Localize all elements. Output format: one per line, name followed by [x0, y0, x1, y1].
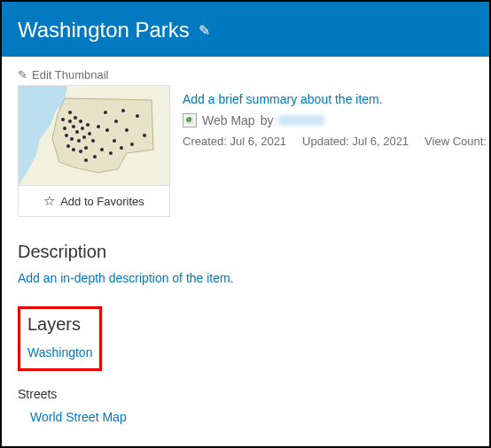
- meta-row: ☆ Add to Favorites Add a brief summary a…: [18, 85, 473, 217]
- svg-point-26: [121, 109, 125, 112]
- svg-point-10: [88, 132, 91, 135]
- svg-point-34: [109, 151, 113, 155]
- add-summary-link[interactable]: Add a brief summary about the item.: [183, 92, 491, 106]
- item-type-label: Web Map: [202, 113, 255, 127]
- svg-point-30: [97, 125, 100, 128]
- view-count-stat: View Count: 23: [425, 135, 491, 148]
- svg-point-21: [104, 111, 107, 114]
- svg-point-27: [130, 143, 134, 146]
- svg-point-6: [77, 139, 81, 143]
- pencil-icon: ✎: [18, 68, 27, 81]
- by-label: by: [261, 113, 274, 127]
- svg-point-32: [93, 155, 97, 158]
- add-description-link[interactable]: Add an in-depth description of the item.: [18, 271, 473, 285]
- layer-streets-label: Streets: [18, 387, 473, 401]
- svg-point-13: [72, 148, 75, 151]
- svg-point-11: [91, 139, 95, 143]
- svg-point-3: [75, 130, 79, 134]
- layer-world-street-map-link[interactable]: World Street Map: [30, 410, 473, 424]
- svg-point-28: [105, 128, 109, 132]
- thumbnail-card: ☆ Add to Favorites: [18, 85, 170, 217]
- svg-point-17: [74, 116, 77, 120]
- layers-highlight-box: Layers Washington: [18, 306, 102, 371]
- edit-thumbnail-label: Edit Thumbnail: [32, 68, 108, 81]
- thumbnail-image: [19, 86, 169, 185]
- svg-point-9: [86, 123, 90, 127]
- favorite-label: Add to Favorites: [60, 195, 144, 208]
- updated-stat: Updated: Jul 6, 2021: [302, 135, 409, 148]
- svg-point-23: [125, 128, 129, 132]
- add-to-favorites-button[interactable]: ☆ Add to Favorites: [19, 185, 169, 216]
- svg-point-29: [113, 139, 116, 143]
- layers-heading: Layers: [27, 314, 92, 335]
- star-icon: ☆: [43, 193, 55, 209]
- page-title: Washington Parks: [18, 18, 190, 42]
- web-map-icon: [183, 113, 197, 127]
- description-heading: Description: [18, 242, 473, 262]
- svg-point-15: [84, 146, 88, 150]
- svg-point-5: [70, 137, 74, 141]
- layer-washington-link[interactable]: Washington: [27, 345, 92, 359]
- svg-point-8: [81, 127, 84, 130]
- svg-point-4: [65, 134, 68, 137]
- svg-point-19: [68, 111, 72, 114]
- svg-point-25: [143, 134, 146, 137]
- edit-thumbnail-link[interactable]: ✎ Edit Thumbnail: [18, 68, 108, 81]
- svg-point-24: [136, 114, 139, 118]
- created-stat: Created: Jul 6, 2021: [183, 135, 286, 148]
- svg-point-12: [66, 144, 70, 148]
- item-type-row: Web Map by: [183, 113, 491, 127]
- owner-name-blurred: [278, 115, 324, 126]
- svg-point-16: [63, 127, 66, 130]
- content-area: ✎ Edit Thumbnail: [2, 57, 489, 440]
- svg-point-2: [72, 125, 75, 128]
- svg-point-18: [79, 120, 82, 123]
- stats-row: Created: Jul 6, 2021 Updated: Jul 6, 202…: [183, 135, 491, 148]
- meta-column: Add a brief summary about the item. Web …: [183, 85, 491, 148]
- svg-point-7: [82, 135, 86, 139]
- svg-point-22: [114, 120, 118, 123]
- svg-point-1: [68, 120, 72, 123]
- svg-point-31: [100, 148, 104, 151]
- svg-point-20: [61, 118, 65, 121]
- svg-point-33: [84, 158, 88, 162]
- page-header: Washington Parks ✎: [2, 2, 489, 57]
- svg-point-35: [120, 146, 123, 150]
- svg-point-14: [79, 150, 82, 153]
- edit-title-icon[interactable]: ✎: [199, 22, 210, 39]
